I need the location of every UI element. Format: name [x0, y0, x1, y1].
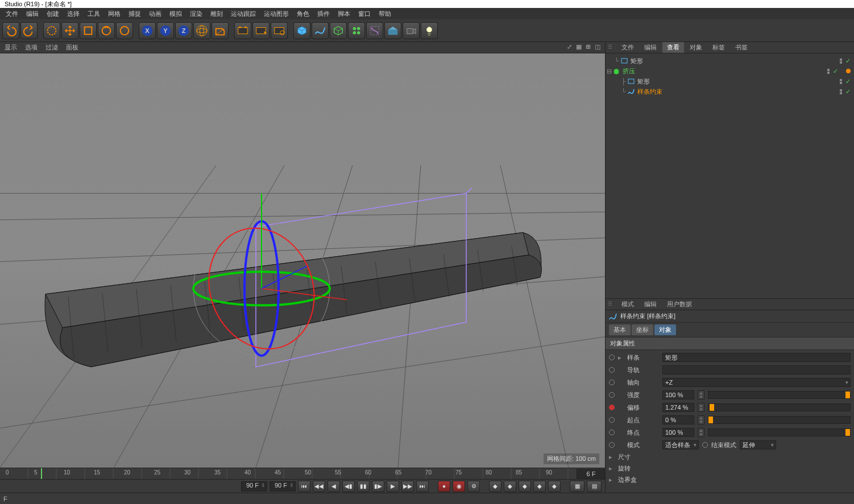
keyframe-options-icon[interactable]: ⚙ [467, 481, 480, 492]
om-tab-edit[interactable]: 编辑 [640, 42, 661, 53]
menu-plugins[interactable]: 插件 [314, 10, 333, 18]
visibility-toggle[interactable] [840, 89, 843, 94]
redo-button[interactable] [20, 22, 38, 39]
om-tab-view[interactable]: 查看 [662, 42, 684, 53]
tree-label[interactable]: 矩形 [631, 57, 643, 65]
nurbs-icon[interactable] [330, 22, 347, 39]
fold-bbox[interactable]: ▸边界盒 [606, 474, 854, 485]
end-input[interactable]: 100 % [662, 428, 694, 437]
menu-animate[interactable]: 动画 [146, 10, 165, 18]
subtab-coord[interactable]: 坐标 [632, 324, 653, 335]
light-icon[interactable] [421, 22, 438, 39]
vp-menu-filter[interactable]: 过滤 [45, 43, 58, 52]
keyframe-dot[interactable] [609, 442, 615, 448]
render-view-icon[interactable] [234, 22, 251, 39]
om-tab-file[interactable]: 文件 [617, 42, 639, 53]
cube-primitive-icon[interactable] [293, 22, 310, 39]
tree-row-rectangle-2[interactable]: ├ 矩形 ✓ [607, 76, 853, 86]
timeline-fcurve-icon[interactable]: ▤ [587, 481, 602, 492]
om-tab-bookmarks[interactable]: 书签 [731, 42, 752, 53]
tree-row-extrude[interactable]: ⊟ 挤压 ✓ [607, 66, 853, 76]
menu-edit[interactable]: 编辑 [23, 10, 42, 18]
key-scale-icon[interactable]: ◆ [504, 481, 516, 492]
menu-file[interactable]: 文件 [2, 10, 22, 18]
keyframe-dot[interactable] [609, 380, 615, 385]
offset-input[interactable]: 1.274 % [662, 403, 694, 412]
current-frame-display[interactable]: 6 F [577, 469, 605, 479]
menu-render[interactable]: 渲染 [186, 10, 206, 18]
end-frame-input[interactable]: 90 F [270, 481, 296, 491]
play-forward-icon[interactable]: ▮▶ [372, 481, 384, 492]
visibility-toggle[interactable] [840, 59, 843, 64]
tree-label[interactable]: 挤压 [623, 67, 635, 76]
viewport-layout-icons[interactable]: ⤢ ▦ ⊞ ◫ [567, 43, 602, 51]
keyframe-dot[interactable] [609, 417, 615, 423]
keyframe-dot[interactable] [609, 430, 615, 435]
goto-start-icon[interactable]: ⏮ [298, 481, 310, 492]
attr-tab-userdata[interactable]: 用户数据 [662, 299, 697, 310]
attr-tab-mode[interactable]: 模式 [617, 299, 639, 310]
menu-script[interactable]: 脚本 [334, 10, 354, 18]
next-frame-icon[interactable]: ▶ [387, 481, 399, 492]
render-settings-icon[interactable] [271, 22, 288, 39]
subtab-object[interactable]: 对象 [654, 324, 676, 335]
prev-frame-icon[interactable]: ◀ [327, 481, 340, 492]
tree-row-spline-wrap[interactable]: └ 样条约束 ✓ [607, 86, 853, 97]
strength-input[interactable]: 100 % [662, 390, 694, 399]
visibility-toggle[interactable] [827, 69, 831, 74]
menu-mograph[interactable]: 运动图形 [260, 10, 292, 18]
environment-icon[interactable] [384, 22, 401, 39]
menu-tools[interactable]: 工具 [84, 10, 103, 18]
spinner[interactable]: ▴▾ [698, 415, 704, 424]
playhead[interactable] [41, 468, 42, 479]
timeline-dopesheet-icon[interactable]: ▦ [570, 481, 584, 492]
panel-grip-icon[interactable]: ⠿ [608, 44, 616, 51]
menu-snap[interactable]: 捕捉 [125, 10, 144, 18]
scale-tool-icon[interactable] [80, 22, 97, 39]
keyframe-dot[interactable] [609, 392, 615, 398]
prev-key-icon[interactable]: ◀◀ [313, 481, 325, 492]
enable-toggle[interactable]: ✓ [845, 88, 851, 95]
coordinate-system-icon[interactable] [193, 22, 210, 39]
rail-link-field[interactable] [662, 365, 851, 374]
menu-select[interactable]: 选择 [64, 10, 83, 18]
spline-primitive-icon[interactable] [312, 22, 329, 39]
autokey-icon[interactable]: ◉ [453, 481, 465, 492]
object-tree[interactable]: └ 矩形 ✓ ⊟ 挤压 ✓ ├ 矩形 ✓ [606, 53, 854, 298]
spinner[interactable]: ▴▾ [698, 428, 704, 437]
start-frame-input[interactable]: 90 F [241, 481, 267, 491]
keyframe-dot-animated[interactable] [609, 405, 615, 410]
tag-icon[interactable] [846, 69, 851, 73]
key-pla-icon[interactable]: ◆ [548, 481, 561, 492]
vp-menu-display[interactable]: 显示 [5, 43, 17, 52]
fold-rotation[interactable]: ▸旋转 [606, 463, 854, 474]
axis-z-icon[interactable]: Z [175, 22, 192, 39]
offset-slider[interactable] [708, 403, 851, 411]
vp-menu-options[interactable]: 选项 [25, 43, 38, 52]
menu-motion-track[interactable]: 运动跟踪 [227, 10, 259, 18]
timeline-ruler[interactable]: 0 5 10 15 20 25 30 35 40 45 50 55 60 65 … [0, 468, 605, 479]
record-icon[interactable]: ● [438, 481, 450, 492]
recent-tool-icon[interactable] [116, 22, 133, 39]
tree-label[interactable]: 样条约束 [637, 88, 662, 96]
spinner[interactable]: ▴▾ [698, 390, 704, 399]
key-rot-icon[interactable]: ◆ [519, 481, 531, 492]
menu-character[interactable]: 角色 [293, 10, 313, 18]
next-key-icon[interactable]: ▶▶ [401, 481, 414, 492]
menu-window[interactable]: 窗口 [355, 10, 374, 18]
key-pos-icon[interactable]: ◆ [489, 481, 501, 492]
axis-y-icon[interactable]: Y [157, 22, 174, 39]
panel-grip-icon[interactable]: ⠿ [608, 301, 616, 308]
mograph-icon[interactable] [348, 22, 365, 39]
visibility-toggle[interactable] [840, 79, 843, 84]
camera-icon[interactable] [403, 22, 420, 39]
end-slider[interactable] [708, 428, 851, 436]
tree-label[interactable]: 矩形 [637, 77, 650, 86]
pause-icon[interactable]: ▮▮ [357, 481, 370, 492]
strength-slider[interactable] [708, 391, 851, 399]
live-select-icon[interactable] [43, 22, 60, 39]
menu-help[interactable]: 帮助 [375, 10, 395, 18]
spline-link-field[interactable]: 矩形 [662, 353, 851, 362]
keyframe-dot[interactable] [609, 367, 615, 373]
keyframe-dot[interactable] [609, 355, 615, 360]
